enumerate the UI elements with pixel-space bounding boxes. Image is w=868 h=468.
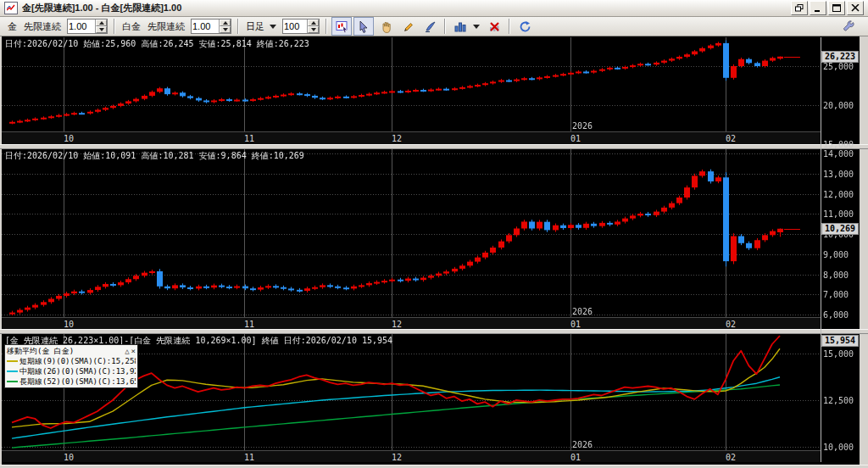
legend-item: 短期線(9)(0)(SMA)(C):15,258 [7, 356, 136, 366]
x-axis-month-label: 12 [392, 320, 402, 329]
x-axis-month-label: 01 [570, 320, 581, 329]
bottom-filler-strip [0, 465, 868, 468]
panel-separator[interactable] [0, 144, 868, 149]
platinum-x-axis: 1011120102 [2, 317, 821, 329]
platinum-ratio-input[interactable] [192, 20, 219, 32]
legend-collapse-button[interactable]: △ [125, 347, 129, 355]
platinum-ratio-spinner[interactable] [191, 19, 231, 34]
legend-close-button[interactable]: × [131, 347, 136, 355]
period-caret-icon[interactable] [270, 25, 276, 29]
platinum-ohlc-header: 日付:2026/02/10 始値:10,091 高値:10,281 安値:9,8… [5, 150, 304, 162]
gold-label: 金 [8, 20, 17, 33]
gold-ratio-spinner[interactable] [67, 19, 108, 34]
toolbar-separator [326, 19, 327, 34]
x-axis-month-label: 10 [64, 320, 74, 329]
indicator-bars-icon [454, 20, 466, 33]
draw-pencil-button[interactable] [398, 17, 418, 36]
indicator-caret-icon[interactable] [473, 25, 480, 29]
x-axis-month-label: 02 [726, 453, 736, 462]
gold-chart-canvas[interactable] [2, 37, 821, 131]
gold-x-axis: 1011120102 [2, 131, 821, 144]
draw-pencil-icon [402, 20, 415, 33]
gold-ohlc-header: 日付:2026/02/10 始値:25,960 高値:26,245 安値:25,… [5, 38, 309, 50]
trendline-pen-icon [424, 20, 437, 33]
x-axis-month-label: 11 [244, 453, 254, 462]
gold-ratio-down-button[interactable] [96, 26, 107, 33]
x-axis-month-label: 11 [244, 134, 254, 143]
bar-count-up-button[interactable] [308, 20, 319, 26]
toolbar-separator [237, 19, 239, 34]
legend-line-swatch [7, 381, 18, 382]
legend-line-swatch [7, 370, 18, 372]
toolbar-separator [444, 19, 446, 34]
gold-series-label: 先限連続 [24, 20, 61, 33]
gold-ratio-up-button[interactable] [96, 20, 107, 26]
settings-wrench-button[interactable] [838, 17, 859, 36]
trendline-pen-button[interactable] [420, 17, 440, 36]
toolbar-separator [509, 19, 510, 34]
moving-average-legend: 移動平均(金 白金) △ × 短期線(9)(0)(SMA)(C):15,258中… [4, 344, 138, 388]
price-axis-border [821, 37, 821, 462]
bar-count-input[interactable] [283, 20, 307, 32]
x-axis-month-label: 12 [392, 453, 402, 462]
window-title: 金[先限連続]1.00 - 白金[先限連続]1.00 [22, 2, 791, 14]
legend-item: 長期線(52)(0)(SMA)(C):13,650 [7, 376, 136, 387]
x-axis-month-label: 12 [392, 134, 402, 143]
panel-separator[interactable] [0, 329, 868, 334]
new-window-button[interactable] [791, 1, 808, 15]
select-cursor-button[interactable] [353, 17, 374, 36]
delete-indicator-button[interactable] [484, 17, 504, 36]
gold-ratio-input[interactable] [68, 20, 95, 32]
right-filler-strip [860, 36, 868, 465]
chart-mode-icon [336, 20, 348, 33]
x-axis-month-label: 10 [64, 453, 74, 462]
delete-indicator-icon [488, 20, 501, 33]
platinum-ratio-down-button[interactable] [220, 26, 231, 33]
select-cursor-icon [358, 20, 370, 33]
settings-wrench-icon [843, 20, 855, 33]
spread-x-axis: 1011120102 [2, 450, 821, 462]
app-icon [4, 2, 18, 14]
legend-item-label: 長期線(52)(0)(SMA)(C):13,650 [19, 376, 136, 387]
platinum-series-label: 先限連続 [147, 20, 185, 33]
title-bar: 金[先限連続]1.00 - 白金[先限連続]1.00 [0, 0, 868, 17]
chart-mode-button[interactable] [331, 17, 352, 36]
x-axis-month-label: 11 [244, 320, 254, 329]
legend-title: 移動平均(金 白金) [7, 346, 74, 357]
refresh-button[interactable] [515, 17, 535, 36]
platinum-chart-canvas[interactable] [2, 149, 821, 317]
maximize-button[interactable] [828, 1, 845, 15]
x-axis-month-label: 01 [570, 134, 581, 143]
legend-item-label: 短期線(9)(0)(SMA)(C):15,258 [19, 356, 136, 366]
pan-hand-button[interactable] [376, 17, 396, 36]
refresh-icon [519, 20, 531, 33]
x-axis-month-label: 10 [64, 134, 74, 143]
period-dropdown[interactable]: 日足 [246, 20, 264, 33]
x-axis-month-label: 02 [726, 134, 736, 143]
platinum-label: 白金 [122, 20, 141, 33]
x-axis-month-label: 01 [570, 453, 581, 462]
platinum-ratio-up-button[interactable] [220, 20, 231, 26]
pan-hand-icon [380, 20, 392, 33]
legend-item-label: 中期線(26)(0)(SMA)(C):13,925 [19, 366, 136, 376]
bar-count-spinner[interactable] [282, 19, 320, 34]
indicator-chart-button[interactable] [450, 17, 470, 36]
legend-line-swatch [7, 360, 18, 362]
close-button[interactable] [847, 1, 864, 15]
bar-count-down-button[interactable] [308, 26, 319, 33]
toolbar: 金 先限連続 白金 先限連続 日足 [0, 17, 868, 36]
toolbar-separator [114, 19, 115, 34]
minimize-button[interactable] [810, 1, 826, 15]
x-axis-month-label: 02 [726, 320, 736, 329]
legend-item: 中期線(26)(0)(SMA)(C):13,925 [7, 366, 136, 376]
